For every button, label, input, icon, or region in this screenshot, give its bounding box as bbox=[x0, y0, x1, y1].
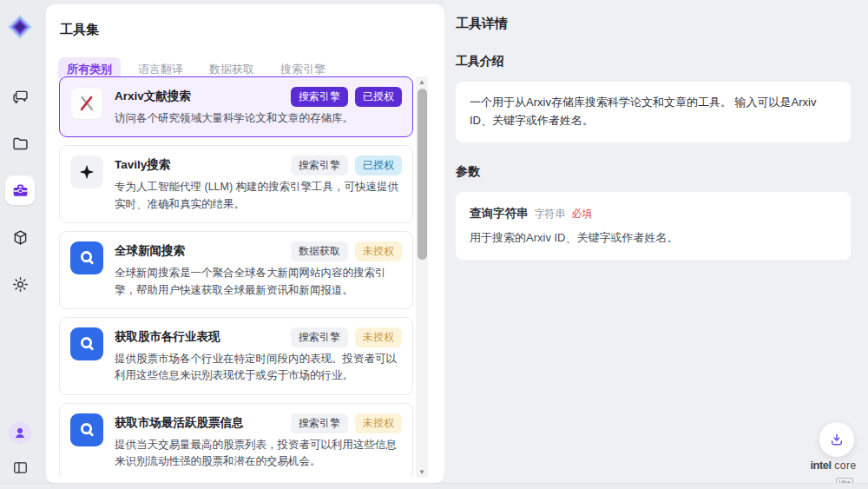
tool-auth-badge: 已授权 bbox=[355, 87, 402, 107]
toolset-title: 工具集 bbox=[46, 4, 444, 38]
param-name: 查询字符串 bbox=[470, 204, 529, 223]
tool-auth-badge: 未授权 bbox=[355, 241, 402, 261]
tool-name: Tavily搜索 bbox=[115, 155, 291, 173]
param-required-flag: 必填 bbox=[572, 206, 593, 222]
app-gem-logo bbox=[7, 14, 33, 40]
tool-icon bbox=[70, 87, 103, 120]
chat-icon bbox=[11, 88, 30, 106]
toolbox-icon bbox=[11, 182, 30, 200]
bottom-edge-strip bbox=[0, 483, 868, 489]
param-card: 查询字符串 字符串 必填 用于搜索的Arxiv ID、关键字或作者姓名。 bbox=[456, 192, 851, 260]
sidebar-item-files[interactable] bbox=[5, 129, 35, 158]
intro-text: 一个用于从Arxiv存储库搜索科学论文和文章的工具。 输入可以是Arxiv ID… bbox=[470, 96, 816, 127]
detail-title: 工具详情 bbox=[456, 16, 851, 32]
param-type: 字符串 bbox=[535, 206, 566, 222]
tool-card[interactable]: 获取市场最活跃股票信息 搜索引擎 未授权 提供当天交易量最高的股票列表，投资者可… bbox=[59, 403, 413, 478]
settings-gear-icon bbox=[11, 275, 30, 294]
tool-name: 获取股市各行业表现 bbox=[115, 327, 291, 345]
download-button[interactable] bbox=[819, 422, 854, 457]
tool-icon bbox=[70, 413, 103, 446]
scrollbar-thumb[interactable] bbox=[418, 89, 427, 260]
tool-name: 全球新闻搜索 bbox=[115, 241, 291, 259]
folder-icon bbox=[11, 135, 30, 153]
tool-category-badge: 搜索引擎 bbox=[291, 155, 348, 175]
sidebar-item-chat[interactable] bbox=[5, 82, 35, 111]
tool-icon bbox=[70, 327, 103, 360]
scroll-up-arrow-icon[interactable]: ▲ bbox=[416, 76, 428, 88]
download-icon bbox=[829, 432, 845, 447]
left-icon-rail bbox=[0, 0, 40, 489]
tool-name: 获取市场最活跃股票信息 bbox=[115, 413, 291, 431]
tool-category-badge: 搜索引擎 bbox=[291, 413, 348, 433]
category-tabs: 所有类别 语言翻译 数据获取 搜索引擎 bbox=[46, 38, 444, 82]
tool-icon bbox=[70, 155, 103, 188]
user-avatar-icon bbox=[13, 426, 27, 439]
intel-wordmark: intel bbox=[810, 459, 831, 472]
toolset-panel: 工具集 所有类别 语言翻译 数据获取 搜索引擎 Arxiv文献搜索 搜索引擎 已… bbox=[46, 4, 444, 483]
tool-auth-badge: 未授权 bbox=[355, 327, 402, 347]
stock-sector-icon bbox=[77, 334, 96, 354]
tool-card[interactable]: 全球新闻搜索 数据获取 未授权 全球新闻搜索是一个聚合全球各大新闻网站内容的搜索… bbox=[59, 231, 413, 309]
news-search-icon bbox=[77, 248, 96, 268]
tool-icon bbox=[70, 241, 103, 274]
tool-category-badge: 搜索引擎 bbox=[291, 87, 348, 107]
core-wordmark: core bbox=[834, 459, 856, 472]
param-description: 用于搜索的Arxiv ID、关键字或作者姓名。 bbox=[470, 229, 837, 248]
active-stocks-icon bbox=[77, 420, 96, 439]
tool-auth-badge: 未授权 bbox=[355, 413, 402, 433]
tool-category-badge: 数据获取 bbox=[291, 241, 348, 261]
tool-description: 提供当天交易量最高的股票列表，投资者可以利用这些信息来识别流动性强的股票和潜在的… bbox=[115, 437, 399, 471]
arxiv-icon bbox=[77, 94, 96, 113]
tool-card[interactable]: Arxiv文献搜索 搜索引擎 已授权 访问各个研究领域大量科学论文和文章的存储库… bbox=[59, 76, 413, 137]
tool-category-badge: 搜索引擎 bbox=[291, 327, 348, 347]
sidebar-item-models[interactable] bbox=[5, 222, 35, 252]
tavily-star-icon bbox=[77, 162, 96, 182]
cube-icon bbox=[11, 228, 30, 247]
intro-card: 一个用于从Arxiv存储库搜索科学论文和文章的工具。 输入可以是Arxiv ID… bbox=[456, 82, 851, 142]
panel-layout-icon bbox=[12, 459, 29, 476]
intro-heading: 工具介绍 bbox=[456, 54, 851, 69]
sidebar-item-settings[interactable] bbox=[5, 269, 35, 299]
tool-auth-badge: 已授权 bbox=[355, 155, 402, 175]
tool-description: 全球新闻搜索是一个聚合全球各大新闻网站内容的搜索引擎，帮助用户快速获取全球最新资… bbox=[115, 265, 399, 299]
tool-card[interactable]: Tavily搜索 搜索引擎 已授权 专为人工智能代理 (LLM) 构建的搜索引擎… bbox=[59, 145, 413, 223]
tool-description: 专为人工智能代理 (LLM) 构建的搜索引擎工具，可快速提供实时、准确和真实的结… bbox=[115, 179, 399, 213]
tool-description: 提供股票市场各个行业在特定时间段内的表现。投资者可以利用这些信息来识别表现优于或… bbox=[115, 351, 399, 385]
scroll-down-arrow-icon[interactable]: ▼ bbox=[416, 466, 428, 478]
params-heading: 参数 bbox=[456, 164, 851, 180]
tool-list-scrollbar[interactable]: ▲ ▼ bbox=[416, 76, 428, 478]
tool-detail-panel: 工具详情 工具介绍 一个用于从Arxiv存储库搜索科学论文和文章的工具。 输入可… bbox=[444, 0, 868, 489]
tool-name: Arxiv文献搜索 bbox=[115, 87, 291, 104]
user-avatar[interactable] bbox=[9, 421, 31, 444]
sidebar-item-toolbox[interactable] bbox=[5, 175, 35, 205]
tool-card[interactable]: 获取股市各行业表现 搜索引擎 未授权 提供股票市场各个行业在特定时间段内的表现。… bbox=[59, 317, 413, 395]
tool-description: 访问各个研究领域大量科学论文和文章的存储库。 bbox=[115, 110, 399, 127]
collapse-panel-button[interactable] bbox=[9, 456, 31, 479]
tool-list: Arxiv文献搜索 搜索引擎 已授权 访问各个研究领域大量科学论文和文章的存储库… bbox=[46, 76, 444, 478]
